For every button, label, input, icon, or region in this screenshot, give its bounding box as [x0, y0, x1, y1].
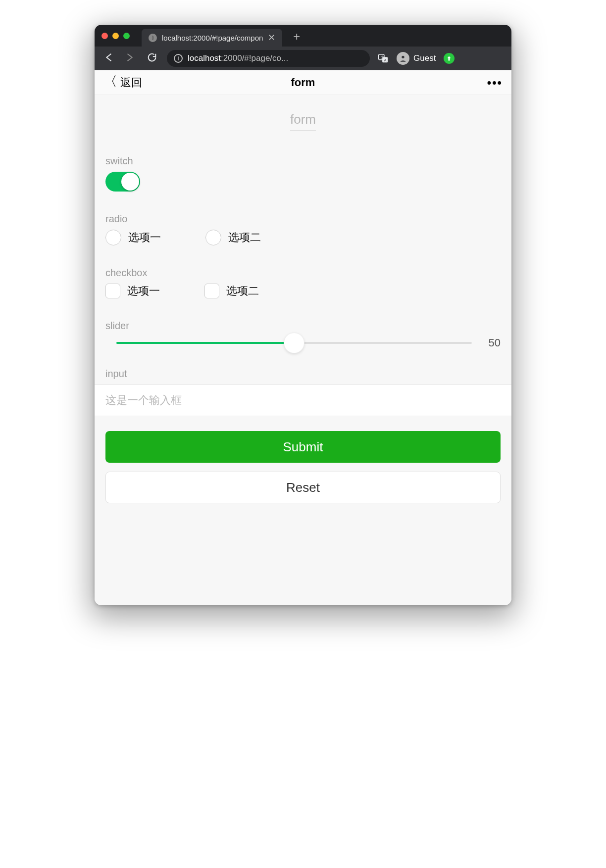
- app-header: 〈 返回 form •••: [95, 70, 511, 95]
- radio-option-label: 选项一: [128, 230, 161, 245]
- update-available-icon[interactable]: [444, 53, 454, 64]
- url-text: localhost:2000/#!page/co...: [188, 53, 288, 63]
- minimize-window-button[interactable]: [112, 33, 119, 39]
- slider-value: 50: [481, 337, 501, 349]
- section-radio: radio 选项一 选项二: [95, 213, 511, 245]
- checkbox-option-label: 选项一: [127, 284, 160, 298]
- reset-button[interactable]: Reset: [105, 472, 501, 503]
- browser-toolbar: i localhost:2000/#!page/co... 文A Guest: [95, 47, 511, 70]
- section-slider: slider 50: [95, 320, 511, 349]
- radio-option-label: 选项二: [228, 230, 261, 245]
- radio-icon: [205, 230, 221, 245]
- section-switch: switch: [95, 155, 511, 192]
- tab-strip: localhost:2000/#!page/compon ✕ +: [95, 25, 511, 47]
- section-label-slider: slider: [105, 320, 501, 332]
- section-label-input: input: [105, 368, 501, 380]
- tab-title: localhost:2000/#!page/compon: [162, 34, 263, 42]
- globe-icon: [149, 34, 157, 42]
- section-checkbox: checkbox 选项一 选项二: [95, 267, 511, 298]
- profile-avatar-icon: [397, 52, 409, 65]
- close-tab-icon[interactable]: ✕: [268, 33, 275, 42]
- radio-option-2[interactable]: 选项二: [205, 230, 261, 245]
- slider-fill: [116, 342, 294, 344]
- submit-button[interactable]: Submit: [105, 431, 501, 463]
- svg-text:文: 文: [381, 55, 384, 59]
- button-area: Submit Reset: [95, 416, 511, 503]
- checkbox-option-2[interactable]: 选项二: [204, 284, 259, 298]
- radio-icon: [105, 230, 121, 245]
- new-tab-button[interactable]: +: [293, 31, 300, 43]
- radio-option-1[interactable]: 选项一: [105, 230, 161, 245]
- section-label-checkbox: checkbox: [105, 267, 501, 279]
- chevron-left-icon: 〈: [103, 75, 117, 89]
- app-viewport: 〈 返回 form ••• form switch radio 选项一: [95, 70, 511, 605]
- close-window-button[interactable]: [101, 33, 108, 39]
- back-label: 返回: [120, 75, 142, 90]
- checkbox-option-1[interactable]: 选项一: [105, 284, 160, 298]
- svg-point-4: [402, 56, 404, 58]
- slider-track[interactable]: [116, 342, 472, 344]
- reload-button[interactable]: [145, 52, 159, 65]
- browser-tab[interactable]: localhost:2000/#!page/compon ✕: [142, 29, 282, 47]
- text-input[interactable]: [95, 385, 511, 416]
- app-back-button[interactable]: 〈 返回: [103, 75, 142, 90]
- section-label-switch: switch: [105, 155, 501, 167]
- checkbox-icon: [204, 284, 219, 298]
- section-input: input: [95, 368, 511, 380]
- back-button[interactable]: [101, 52, 115, 65]
- checkbox-icon: [105, 284, 120, 298]
- section-label-radio: radio: [105, 213, 501, 225]
- forward-button[interactable]: [123, 52, 137, 65]
- page-body: form switch radio 选项一 选项二: [95, 95, 511, 503]
- profile-chip[interactable]: Guest: [397, 52, 436, 65]
- app-header-title: form: [95, 76, 511, 89]
- window-controls: [101, 33, 130, 39]
- zoom-window-button[interactable]: [123, 33, 130, 39]
- site-info-icon[interactable]: i: [174, 54, 183, 63]
- page-title: form: [290, 112, 316, 131]
- svg-text:A: A: [384, 58, 387, 62]
- browser-window: localhost:2000/#!page/compon ✕ + i local…: [95, 25, 511, 605]
- slider-knob[interactable]: [284, 333, 304, 353]
- address-bar[interactable]: i localhost:2000/#!page/co...: [167, 50, 370, 67]
- input-wrap: [95, 385, 511, 416]
- switch-toggle[interactable]: [105, 172, 140, 192]
- checkbox-option-label: 选项二: [226, 284, 259, 298]
- profile-label: Guest: [413, 53, 436, 63]
- translate-icon[interactable]: 文A: [378, 53, 389, 64]
- more-menu-icon[interactable]: •••: [487, 76, 503, 90]
